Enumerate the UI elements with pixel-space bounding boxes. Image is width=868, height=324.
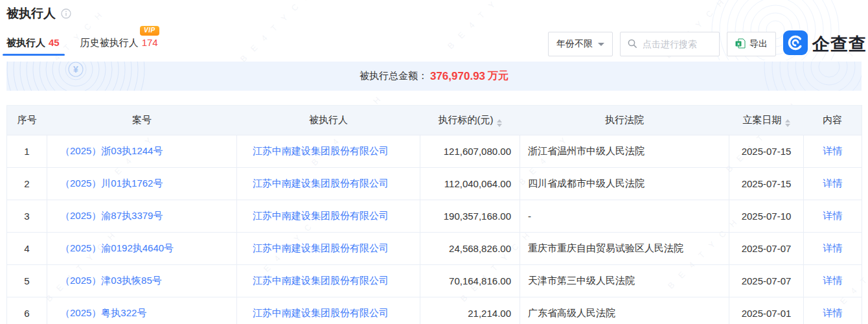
search-icon	[627, 38, 637, 51]
export-button[interactable]: x 导出	[727, 32, 776, 56]
export-excel-icon: x	[735, 38, 746, 51]
tab-label: 被执行人	[6, 37, 45, 49]
vip-badge: VIP	[140, 26, 159, 36]
col-header-case-no: 案号	[47, 106, 237, 135]
person-link[interactable]: 江苏中南建设集团股份有限公司	[253, 145, 389, 156]
col-header-date: 立案日期	[729, 106, 804, 135]
row-index-cell: 4	[7, 233, 47, 265]
yen-ripple-icon: ¥	[6, 62, 155, 91]
amount-cell: 21,214.00	[420, 297, 520, 324]
person-link[interactable]: 江苏中南建设集团股份有限公司	[253, 307, 389, 318]
total-amount-label: 被执行总金额：	[360, 70, 428, 82]
table-row: 3 （2025）渝87执3379号 江苏中南建设集团股份有限公司 190,357…	[7, 200, 862, 233]
col-header-court: 执行法院	[520, 106, 729, 135]
person-link[interactable]: 江苏中南建设集团股份有限公司	[253, 210, 389, 221]
row-index-cell: 1	[7, 135, 47, 168]
person-link[interactable]: 江苏中南建设集团股份有限公司	[253, 178, 389, 189]
case-number-link[interactable]: （2025）渝0192执4640号	[60, 242, 174, 253]
row-index-cell: 6	[7, 297, 47, 324]
col-header-index: 序号	[7, 106, 47, 135]
case-number-link[interactable]: （2025）渝87执3379号	[60, 210, 163, 221]
table-header-row: 序号 案号 被执行人 执行标的(元) 执行法院 立案日期 内容	[7, 106, 862, 135]
person-cell: 江苏中南建设集团股份有限公司	[237, 297, 420, 324]
case-number-link[interactable]: （2025）津03执恢85号	[60, 275, 162, 286]
person-link[interactable]: 江苏中南建设集团股份有限公司	[253, 275, 389, 286]
sort-icon[interactable]	[785, 119, 790, 127]
table-row: 6 （2025）粤执322号 江苏中南建设集团股份有限公司 21,214.00 …	[7, 297, 862, 324]
ripple-decoration-right	[725, 62, 862, 91]
detail-link[interactable]: 详情	[823, 210, 843, 221]
tab-count: 45	[49, 37, 60, 48]
row-index-cell: 2	[7, 168, 47, 200]
col-header-amount: 执行标的(元)	[420, 106, 520, 135]
case-number-cell: （2025）川01执1762号	[47, 168, 237, 200]
table-row: 2 （2025）川01执1762号 江苏中南建设集团股份有限公司 112,040…	[7, 168, 862, 200]
total-amount-banner: ¥ 被执行总金额： 376,970.93 万元	[6, 62, 862, 91]
court-cell: 广东省高级人民法院	[520, 297, 729, 324]
svg-text:¥: ¥	[73, 64, 78, 75]
export-label: 导出	[749, 38, 768, 50]
case-number-cell: （2025）津03执恢85号	[47, 265, 237, 297]
content-cell: 详情	[804, 297, 862, 324]
watermark-text: BE4TYCH	[238, 0, 317, 64]
amount-cell: 112,040,064.00	[420, 168, 520, 200]
table-row: 4 （2025）渝0192执4640号 江苏中南建设集团股份有限公司 24,56…	[7, 233, 862, 265]
case-number-link[interactable]: （2025）川01执1762号	[60, 178, 163, 189]
qichacha-logo: 企查查	[783, 30, 867, 58]
detail-link[interactable]: 详情	[823, 275, 843, 286]
court-cell: 重庆市重庆自由贸易试验区人民法院	[520, 233, 729, 265]
person-link[interactable]: 江苏中南建设集团股份有限公司	[253, 242, 389, 253]
toolbar: 年份不限 x 导出	[548, 30, 867, 58]
detail-link[interactable]: 详情	[823, 242, 843, 253]
caret-down-icon	[598, 43, 604, 46]
date-cell: 2025-07-10	[729, 200, 804, 233]
total-amount-value: 376,970.93	[430, 70, 485, 83]
search-box	[620, 32, 720, 56]
qichacha-logo-icon	[783, 30, 808, 58]
amount-cell: 24,568,826.00	[420, 233, 520, 265]
content-cell: 详情	[804, 135, 862, 168]
amount-cell: 190,357,168.00	[420, 200, 520, 233]
date-cell: 2025-07-15	[729, 135, 804, 168]
date-cell: 2025-07-07	[729, 233, 804, 265]
table-row: 5 （2025）津03执恢85号 江苏中南建设集团股份有限公司 70,164,8…	[7, 265, 862, 297]
tab-bar: 被执行人 45 VIP 历史被执行人 174	[6, 37, 158, 49]
person-cell: 江苏中南建设集团股份有限公司	[237, 233, 420, 265]
watermark-text: BE4TYCH	[446, 0, 525, 51]
amount-cell: 70,164,816.00	[420, 265, 520, 297]
case-number-link[interactable]: （2025）浙03执1244号	[60, 145, 163, 156]
search-input[interactable]	[641, 38, 713, 50]
date-cell: 2025-07-15	[729, 168, 804, 200]
date-cell: 2025-07-01	[729, 297, 804, 324]
tab-count: 174	[142, 37, 158, 48]
case-number-link[interactable]: （2025）粤执322号	[60, 307, 146, 318]
year-filter-dropdown[interactable]: 年份不限	[548, 32, 613, 56]
content-cell: 详情	[804, 168, 862, 200]
table-row: 1 （2025）浙03执1244号 江苏中南建设集团股份有限公司 121,607…	[7, 135, 862, 168]
executed-person-panel: BE4TYCHBE4TYCHBE4TYCHBE4TYCHBE4TYCHBE4TY…	[0, 0, 868, 324]
case-number-cell: （2025）粤执322号	[47, 297, 237, 324]
case-number-cell: （2025）浙03执1244号	[47, 135, 237, 168]
executed-person-table: 序号 案号 被执行人 执行标的(元) 执行法院 立案日期 内容 1 （2025）…	[6, 105, 862, 324]
date-cell: 2025-07-07	[729, 265, 804, 297]
court-cell: -	[520, 200, 729, 233]
info-icon[interactable]	[61, 8, 71, 19]
tab-history-executed-person[interactable]: VIP 历史被执行人 174	[80, 37, 158, 49]
col-header-content: 内容	[804, 106, 862, 135]
page-title: 被执行人	[6, 5, 56, 22]
total-amount-unit: 万元	[488, 69, 508, 83]
case-number-cell: （2025）渝0192执4640号	[47, 233, 237, 265]
detail-link[interactable]: 详情	[823, 178, 843, 189]
col-header-person: 被执行人	[237, 106, 420, 135]
content-cell: 详情	[804, 200, 862, 233]
person-cell: 江苏中南建设集团股份有限公司	[237, 135, 420, 168]
row-index-cell: 5	[7, 265, 47, 297]
court-cell: 浙江省温州市中级人民法院	[520, 135, 729, 168]
amount-cell: 121,607,080.00	[420, 135, 520, 168]
detail-link[interactable]: 详情	[823, 145, 843, 156]
content-cell: 详情	[804, 265, 862, 297]
detail-link[interactable]: 详情	[823, 307, 843, 318]
sort-icon[interactable]	[497, 119, 502, 127]
tab-executed-person[interactable]: 被执行人 45	[6, 37, 60, 49]
case-number-cell: （2025）渝87执3379号	[47, 200, 237, 233]
